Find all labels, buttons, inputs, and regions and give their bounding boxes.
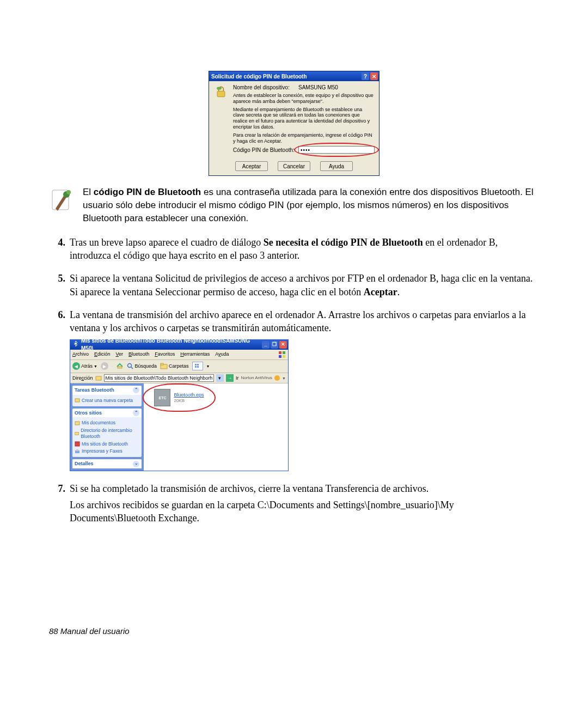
svg-rect-18 xyxy=(197,366,199,368)
expand-icon[interactable]: ⌄ xyxy=(133,461,139,467)
details-panel: Detalles ⌄ xyxy=(72,459,142,468)
step-4-number: 4. xyxy=(49,236,70,266)
note-text: El código PIN de Bluetooth es una contra… xyxy=(83,186,539,224)
panel-title-otros: Otros sitios xyxy=(75,410,102,416)
step-7-text-1: Si se ha completado la transmisión de ar… xyxy=(70,482,539,495)
svg-rect-24 xyxy=(75,442,79,446)
dialog-titlebar: Solicitud de código PIN de Bluetooth ? ✕ xyxy=(209,71,379,81)
bluetooth-pin-dialog: Solicitud de código PIN de Bluetooth ? ✕… xyxy=(209,71,379,176)
file-thumbnail: ETC xyxy=(154,389,170,406)
menu-bluetooth[interactable]: Bluetooth xyxy=(128,351,149,358)
address-input[interactable] xyxy=(104,374,214,382)
address-dropdown[interactable]: ▾ xyxy=(216,374,224,382)
explorer-content: ETC Bluetooth.eps 20KB xyxy=(144,383,288,470)
address-label: Dirección xyxy=(72,375,93,381)
norton-antivirus[interactable]: Norton AntiVirus ▼ xyxy=(241,375,286,381)
svg-point-2 xyxy=(219,87,222,89)
step-6-number: 6. xyxy=(49,308,70,476)
menu-ayuda[interactable]: Ayuda xyxy=(215,351,229,358)
cancel-button[interactable]: Cancelar xyxy=(278,161,310,171)
step-4-text: Tras un breve lapso aparece el cuadro de… xyxy=(70,236,539,263)
pin-input[interactable] xyxy=(298,146,375,154)
file-size: 20KB xyxy=(174,398,204,404)
svg-rect-14 xyxy=(161,363,163,365)
svg-rect-0 xyxy=(217,91,225,97)
file-name: Bluetooth.eps xyxy=(174,392,204,398)
minimize-button[interactable]: _ xyxy=(262,341,270,349)
explorer-addressbar: Dirección ▾ → Ir Norton AntiVirus ▼ xyxy=(70,373,288,383)
close-button[interactable]: ✕ xyxy=(370,72,378,80)
windows-logo-icon xyxy=(278,351,286,358)
svg-rect-16 xyxy=(197,364,199,365)
accept-button[interactable]: Aceptar xyxy=(235,161,268,171)
search-button[interactable]: Búsqueda xyxy=(127,363,157,369)
svg-rect-23 xyxy=(75,432,79,435)
close-window-button[interactable]: ✕ xyxy=(279,341,287,349)
device-name-value: SAMSUNG M50 xyxy=(298,84,375,90)
svg-rect-8 xyxy=(279,355,281,358)
maximize-button[interactable]: ❐ xyxy=(271,341,278,349)
help-button[interactable]: ? xyxy=(362,72,369,80)
svg-point-11 xyxy=(128,364,132,368)
svg-rect-19 xyxy=(96,376,101,380)
folder-icon xyxy=(95,375,102,381)
collapse-icon[interactable]: ⌃ xyxy=(133,410,139,416)
help-dialog-button[interactable]: Ayuda xyxy=(320,161,353,171)
back-button[interactable]: ◄ Atrás ▼ xyxy=(72,362,97,370)
svg-rect-21 xyxy=(75,399,79,402)
svg-rect-26 xyxy=(76,449,78,451)
device-name-label: Nombre del dispositivo: xyxy=(233,84,298,90)
step-7-number: 7. xyxy=(49,482,70,528)
views-button[interactable] xyxy=(192,362,203,370)
sidebar-item-bt-places[interactable]: Mis sitios de Bluetooth xyxy=(75,441,139,447)
sidebar-item-printers[interactable]: Impresoras y Faxes xyxy=(75,448,139,454)
svg-rect-15 xyxy=(195,364,197,365)
lock-icon xyxy=(213,84,229,154)
step-6-text: La ventana de transmisión del archivo ap… xyxy=(70,308,539,335)
other-places-panel: Otros sitios ⌃ Mis documentos xyxy=(72,409,142,457)
pin-label: Código PIN de Bluetooth: xyxy=(233,147,298,153)
step-7-text-2: Los archivos recibidos se guardan en la … xyxy=(70,498,539,525)
explorer-titlebar: Mis sitios de Bluetooth\Todo Bluetooth N… xyxy=(70,340,288,350)
panel-title-details: Detalles xyxy=(75,460,94,467)
panel-title-tasks: Tareas Bluetooth xyxy=(75,387,114,393)
svg-point-20 xyxy=(274,375,280,381)
steps-list: 4. Tras un breve lapso aparece el cuadro… xyxy=(49,236,539,528)
page-footer: 88 Manual del usuario xyxy=(49,626,539,636)
up-button[interactable] xyxy=(116,362,124,371)
forward-button[interactable]: ► xyxy=(101,362,108,370)
file-item[interactable]: ETC Bluetooth.eps 20KB xyxy=(149,389,209,406)
menu-favoritos[interactable]: Favoritos xyxy=(155,351,175,358)
svg-rect-22 xyxy=(75,422,79,425)
svg-rect-10 xyxy=(118,367,122,368)
note-icon xyxy=(49,186,72,213)
menu-herramientas[interactable]: Herramientas xyxy=(180,351,210,358)
svg-rect-7 xyxy=(283,351,285,354)
bluetooth-tasks-panel: Tareas Bluetooth ⌃ Crear una nueva carpe… xyxy=(72,386,142,406)
sidebar-item-documents[interactable]: Mis documentos xyxy=(75,420,139,426)
dialog-title: Solicitud de código PIN de Bluetooth xyxy=(211,74,307,80)
bluetooth-icon xyxy=(72,340,79,349)
menu-ver[interactable]: Ver xyxy=(116,351,124,358)
step-5-number: 5. xyxy=(49,272,70,302)
folders-button[interactable]: Carpetas xyxy=(160,363,189,369)
explorer-window: Mis sitios de Bluetooth\Todo Bluetooth N… xyxy=(70,339,289,471)
sidebar-item-new-folder[interactable]: Crear una nueva carpeta xyxy=(75,398,139,404)
svg-rect-9 xyxy=(283,355,285,358)
svg-rect-6 xyxy=(279,351,281,354)
dialog-paragraph-3: Para crear la relación de emparejamiento… xyxy=(233,132,375,144)
explorer-sidebar: Tareas Bluetooth ⌃ Crear una nueva carpe… xyxy=(70,383,144,470)
dialog-paragraph-1: Antes de establecer la conexión, este eq… xyxy=(233,93,375,105)
svg-point-5 xyxy=(66,190,71,194)
menu-edicion[interactable]: Edición xyxy=(94,351,111,358)
sidebar-item-bt-exchange[interactable]: Directorio de intercambio Bluetooth xyxy=(75,428,139,440)
go-button[interactable]: → xyxy=(226,374,234,382)
explorer-toolbar: ◄ Atrás ▼ ► · Búsqueda xyxy=(70,360,288,374)
menu-archivo[interactable]: AArchivorchivo xyxy=(72,351,89,358)
collapse-icon[interactable]: ⌃ xyxy=(133,387,139,393)
svg-line-12 xyxy=(131,367,133,369)
info-note-block: El código PIN de Bluetooth es una contra… xyxy=(49,186,539,224)
explorer-title: Mis sitios de Bluetooth\Todo Bluetooth N… xyxy=(81,337,262,352)
dialog-paragraph-2: Mediante el emparejamiento de Bluetooth … xyxy=(233,107,375,130)
step-5-text: Si aparece la ventana Solicitud de privi… xyxy=(70,272,539,298)
